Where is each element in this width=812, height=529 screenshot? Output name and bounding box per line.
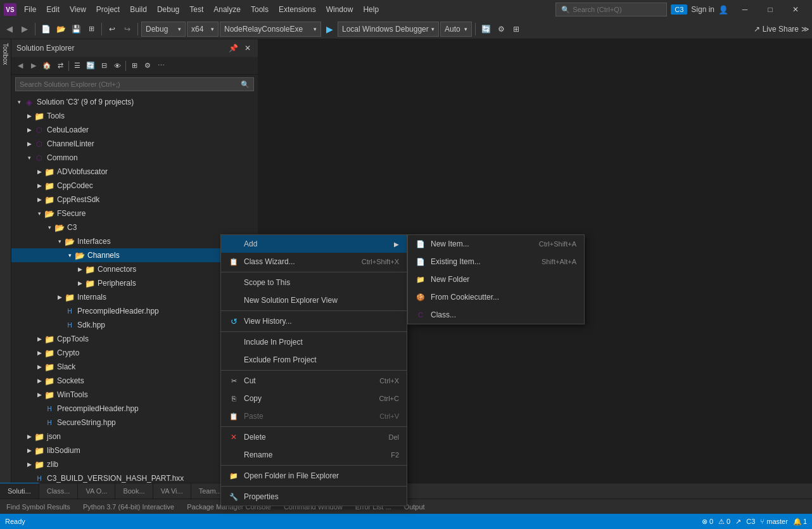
cm-item-new-view[interactable]: New Solution Explorer View [221, 291, 407, 309]
cm-item-properties[interactable]: 🔧 Properties [221, 488, 407, 506]
sm-item-existing-item[interactable]: 📄 Existing Item... Shift+Alt+A [408, 253, 584, 271]
status-branch[interactable]: ⑂ master [760, 518, 788, 525]
menu-file[interactable]: File [19, 0, 41, 19]
panel-python[interactable]: Python 3.7 (64-bit) Interactive [77, 499, 181, 514]
tree-item[interactable]: ▶ 📁 Tools [11, 109, 258, 123]
redo-btn[interactable]: ↪ [120, 22, 134, 36]
se-search-input[interactable] [20, 80, 238, 88]
layout-btn[interactable]: ⊞ [509, 22, 523, 36]
menu-test[interactable]: Test [184, 0, 208, 19]
status-warnings[interactable]: ⚠ 0 [718, 518, 730, 526]
se-sync-btn[interactable]: ⇄ [54, 60, 67, 72]
status-liveshare[interactable]: ↗ [735, 518, 741, 526]
config-dropdown[interactable]: Debug▾ [141, 22, 186, 37]
undo-btn[interactable]: ↩ [105, 22, 119, 36]
sm-item-new-item[interactable]: 📄 New Item... Ctrl+Shift+A [408, 235, 584, 253]
sm-class-label: Class... [431, 310, 576, 319]
maximize-button[interactable]: □ [758, 0, 783, 19]
error-icon: ⊗ [702, 518, 707, 526]
tree-item[interactable]: ▶ ⬡ CebuLoader [11, 123, 258, 137]
platform-dropdown[interactable]: x64▾ [187, 22, 219, 37]
save-btn[interactable]: 💾 [69, 22, 83, 36]
se-pending-btn[interactable]: ⋯ [155, 60, 167, 72]
tree-item[interactable]: ▾ 📂 FSecure [11, 207, 258, 220]
tree-item[interactable]: ▶ 📁 ADVobfuscator [11, 165, 258, 179]
menu-tools[interactable]: Tools [246, 0, 274, 19]
tree-item[interactable]: ▾ 📂 C3 [11, 220, 258, 234]
tree-label: WinTools [57, 390, 88, 399]
back-btn[interactable]: ◀ [3, 22, 16, 36]
cm-item-add[interactable]: Add ▶ [221, 235, 407, 253]
menu-debug[interactable]: Debug [152, 0, 184, 19]
cm-item-include[interactable]: Include In Project [221, 333, 407, 351]
debugger-dropdown[interactable]: Local Windows Debugger▾ [338, 22, 439, 37]
cm-item-open-folder[interactable]: 📁 Open Folder in File Explorer [221, 467, 407, 485]
extra-options-btn[interactable]: ≫ [801, 25, 809, 34]
tree-label: Common [47, 153, 78, 162]
status-errors[interactable]: ⊗ 0 [702, 518, 713, 526]
forward-btn[interactable]: ▶ [18, 22, 32, 36]
tab-solution[interactable]: Soluti... [0, 483, 39, 499]
menu-help[interactable]: Help [358, 0, 384, 19]
se-home-btn[interactable]: 🏠 [41, 60, 53, 72]
save-all-btn[interactable]: ⊞ [84, 22, 98, 36]
tree-label: PrecompiledHeader.hpp [77, 307, 159, 315]
tree-item[interactable]: ▶ 📁 CppRestSdk [11, 193, 258, 207]
cm-item-cut[interactable]: ✂ Cut Ctrl+X [221, 372, 407, 390]
menu-build[interactable]: Build [125, 0, 152, 19]
reload-btn[interactable]: 🔄 [479, 22, 493, 36]
menu-edit[interactable]: Edit [41, 0, 65, 19]
menu-project[interactable]: Project [91, 0, 125, 19]
tree-item[interactable]: ▶ ⬡ ChannelLinter [11, 137, 258, 151]
sm-item-cookiecutter[interactable]: 🍪 From Cookiecutter... [408, 288, 584, 306]
toolbox-tab[interactable]: Toolbox [0, 39, 11, 483]
cm-wizard-label: Class Wizard... [244, 257, 357, 266]
live-share-btn[interactable]: Live Share [763, 25, 799, 34]
se-show-all-btn[interactable]: 👁 [111, 60, 124, 72]
status-project[interactable]: C3 [746, 517, 755, 526]
tab-va-o[interactable]: VA O... [78, 483, 115, 499]
new-project-btn[interactable]: 📄 [39, 22, 53, 36]
menu-window[interactable]: Window [321, 0, 358, 19]
se-collapse-btn[interactable]: ⊟ [98, 60, 110, 72]
tree-item[interactable]: ▶ 📁 CppCodec [11, 179, 258, 193]
tree-item[interactable]: ▾ ⬡ Common [11, 151, 258, 165]
se-view-btn[interactable]: ☰ [71, 60, 84, 72]
cm-item-scope[interactable]: Scope to This [221, 274, 407, 291]
tree-item[interactable]: ▾ ◈ Solution 'C3' (9 of 9 projects) [11, 95, 258, 109]
settings-btn[interactable]: ⚙ [494, 22, 508, 36]
se-filter-btn[interactable]: ⊞ [128, 60, 141, 72]
sm-item-new-folder[interactable]: 📁 New Folder [408, 271, 584, 288]
menu-extensions[interactable]: Extensions [274, 0, 321, 19]
se-settings-btn[interactable]: ⚙ [141, 60, 154, 72]
status-notifications[interactable]: 🔔 1 [793, 518, 807, 526]
cm-copy-shortcut: Ctrl+C [379, 395, 399, 402]
se-back-btn[interactable]: ◀ [14, 60, 27, 72]
se-close-btn[interactable]: ✕ [243, 43, 253, 53]
tab-class[interactable]: Class... [39, 483, 79, 499]
auto-dropdown[interactable]: Auto▾ [440, 22, 472, 37]
cm-add-label: Add [244, 239, 389, 248]
cm-item-history[interactable]: ↺ View History... [221, 312, 407, 330]
open-btn[interactable]: 📂 [54, 22, 68, 36]
sign-in-button[interactable]: Sign in [691, 5, 714, 14]
se-forward-btn[interactable]: ▶ [27, 60, 40, 72]
se-pin-btn[interactable]: 📌 [227, 43, 240, 53]
panel-find-symbol[interactable]: Find Symbol Results [0, 499, 77, 514]
tab-va-vi[interactable]: VA Vi... [153, 483, 191, 499]
minimize-button[interactable]: ─ [732, 0, 758, 19]
cm-item-exclude[interactable]: Exclude From Project [221, 351, 407, 369]
cm-item-class-wizard[interactable]: 📋 Class Wizard... Ctrl+Shift+X [221, 253, 407, 271]
menu-analyze[interactable]: Analyze [208, 0, 246, 19]
menu-view[interactable]: View [65, 0, 91, 19]
sm-item-class[interactable]: C Class... [408, 306, 584, 324]
startup-dropdown[interactable]: NodeRelayConsoleExe▾ [220, 22, 321, 37]
title-search-input[interactable] [573, 6, 661, 13]
cm-item-copy[interactable]: ⎘ Copy Ctrl+C [221, 390, 407, 407]
tab-book[interactable]: Book... [115, 483, 153, 499]
close-button[interactable]: ✕ [783, 0, 808, 19]
start-debug-btn[interactable]: ▶ [322, 22, 336, 36]
cm-item-rename[interactable]: Rename F2 [221, 446, 407, 464]
se-refresh-btn[interactable]: 🔄 [84, 60, 97, 72]
cm-item-delete[interactable]: ✕ Delete Del [221, 428, 407, 446]
